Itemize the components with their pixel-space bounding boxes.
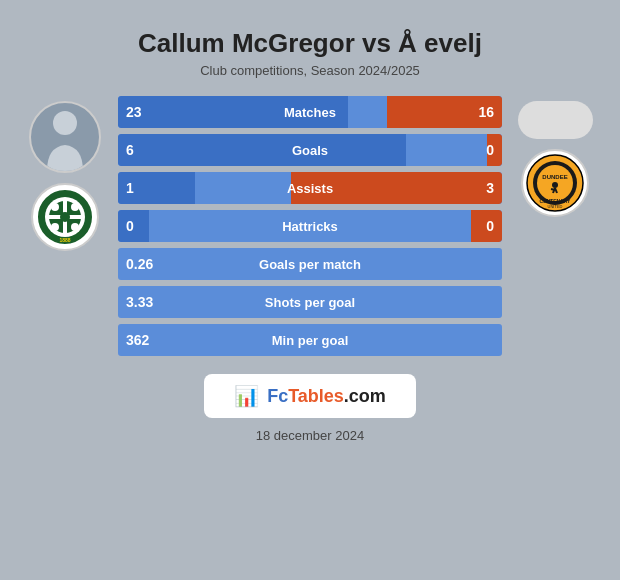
main-content: 1888 23 Matches 16 6	[20, 96, 600, 356]
stat-row-min-per-goal: 362 Min per goal	[118, 324, 502, 356]
hattricks-label: Hattricks	[282, 219, 338, 234]
svg-text:1888: 1888	[59, 237, 70, 243]
goals-per-match-label: Goals per match	[259, 257, 361, 272]
fctables-banner[interactable]: 📊 FcTables.com	[204, 374, 416, 418]
assists-label: Assists	[287, 181, 333, 196]
stat-row-goals-per-match: 0.26 Goals per match	[118, 248, 502, 280]
svg-text:UNITED: UNITED	[548, 204, 563, 209]
matches-label: Matches	[284, 105, 336, 120]
svg-point-7	[51, 203, 59, 211]
goals-per-match-value: 0.26	[126, 256, 153, 272]
svg-text:DUNDEE: DUNDEE	[542, 174, 567, 180]
stat-row-hattricks: 0 Hattricks 0	[118, 210, 502, 242]
assists-left-value: 1	[126, 180, 134, 196]
comparison-card: Callum McGregor vs Å evelj Club competit…	[10, 10, 610, 570]
left-column: 1888	[20, 101, 110, 251]
stat-row-matches: 23 Matches 16	[118, 96, 502, 128]
celtic-logo: 1888	[31, 183, 99, 251]
fctables-icon: 📊	[234, 384, 259, 408]
svg-point-16	[552, 182, 558, 188]
date: 18 december 2024	[256, 428, 364, 443]
svg-point-6	[60, 212, 70, 222]
svg-line-19	[551, 189, 555, 190]
hattricks-right-value: 0	[486, 218, 494, 234]
svg-point-9	[51, 223, 59, 231]
min-per-goal-label: Min per goal	[272, 333, 349, 348]
matches-left-value: 23	[126, 104, 142, 120]
page-title: Callum McGregor vs Å evelj	[138, 28, 482, 59]
shots-per-goal-label: Shots per goal	[265, 295, 355, 310]
goals-right-value: 0	[486, 142, 494, 158]
svg-point-0	[53, 111, 77, 135]
stat-row-assists: 1 Assists 3	[118, 172, 502, 204]
assists-right-value: 3	[486, 180, 494, 196]
hattricks-left-value: 0	[126, 218, 134, 234]
min-per-goal-value: 362	[126, 332, 149, 348]
fctables-label: FcTables.com	[267, 386, 386, 407]
goals-left-value: 6	[126, 142, 134, 158]
dundee-united-logo: DUNDEE CENTENARY UNITED	[521, 149, 589, 217]
stats-column: 23 Matches 16 6 Goals 0	[110, 96, 510, 356]
subtitle: Club competitions, Season 2024/2025	[200, 63, 420, 78]
stat-row-goals: 6 Goals 0	[118, 134, 502, 166]
player-photo	[29, 101, 101, 173]
goals-label: Goals	[292, 143, 328, 158]
stat-row-shots-per-goal: 3.33 Shots per goal	[118, 286, 502, 318]
svg-point-10	[71, 223, 79, 231]
shots-per-goal-value: 3.33	[126, 294, 153, 310]
matches-right-value: 16	[478, 104, 494, 120]
right-column: DUNDEE CENTENARY UNITED	[510, 101, 600, 217]
opponent-logo-top	[518, 101, 593, 139]
svg-point-8	[71, 203, 79, 211]
